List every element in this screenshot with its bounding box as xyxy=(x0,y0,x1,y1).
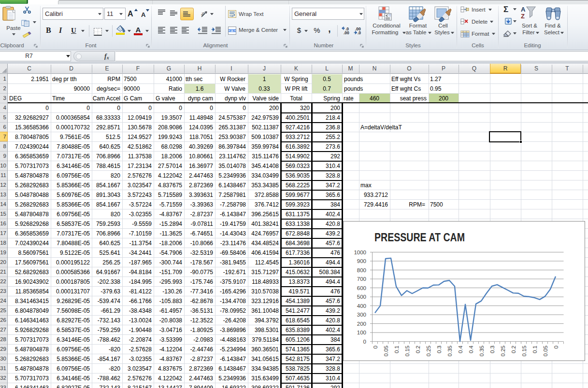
svg-text:0.35: 0.35 xyxy=(479,346,485,356)
svg-text:900: 900 xyxy=(357,258,366,264)
svg-text:0.1: 0.1 xyxy=(394,346,400,353)
svg-text:.00: .00 xyxy=(344,30,349,35)
svg-text:0.3: 0.3 xyxy=(436,346,442,353)
svg-text:0.25: 0.25 xyxy=(500,346,506,356)
svg-text:0.1: 0.1 xyxy=(532,346,538,353)
svg-text:0.35: 0.35 xyxy=(447,346,453,356)
svg-text:1000: 1000 xyxy=(354,249,366,255)
svg-text:400: 400 xyxy=(357,303,366,309)
svg-text:0.2: 0.2 xyxy=(415,346,421,353)
svg-text:500: 500 xyxy=(357,294,366,300)
svg-text:100: 100 xyxy=(357,330,366,335)
svg-text:A: A xyxy=(521,6,526,13)
svg-text:200: 200 xyxy=(357,321,366,327)
svg-text:600: 600 xyxy=(357,285,366,291)
svg-text:.0: .0 xyxy=(358,30,361,35)
svg-text:0.05: 0.05 xyxy=(543,346,548,356)
svg-text:0.4: 0.4 xyxy=(458,345,463,353)
svg-text:300: 300 xyxy=(357,312,366,318)
svg-text:800: 800 xyxy=(357,267,366,273)
svg-text:0: 0 xyxy=(373,346,378,348)
svg-text:PRESSURE AT CAM: PRESSURE AT CAM xyxy=(374,231,465,244)
svg-text:700: 700 xyxy=(357,276,366,282)
svg-text:0.15: 0.15 xyxy=(521,346,527,356)
svg-text:0.15: 0.15 xyxy=(404,346,410,356)
svg-text:0.25: 0.25 xyxy=(426,346,431,356)
svg-text:0.2: 0.2 xyxy=(511,346,516,353)
svg-text:0.05: 0.05 xyxy=(383,346,389,356)
svg-text:Z: Z xyxy=(521,13,525,20)
svg-text:0.3: 0.3 xyxy=(489,346,495,353)
svg-text:0.4: 0.4 xyxy=(468,345,474,353)
svg-text:0: 0 xyxy=(553,346,559,348)
svg-text:0: 0 xyxy=(363,339,366,345)
